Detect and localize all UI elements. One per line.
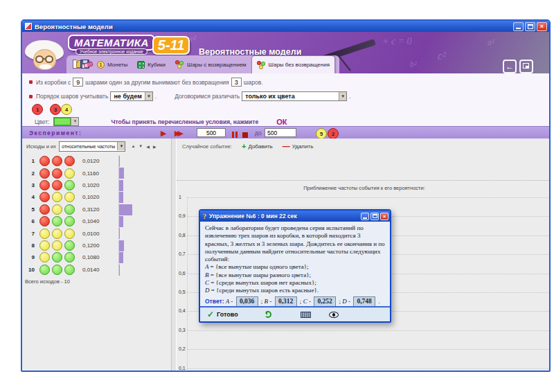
chips-wrap: 134 bbox=[32, 104, 72, 115]
event-text: = {среди вынутых шаров есть красные}. bbox=[211, 287, 319, 294]
tab-Шары с возвращением[interactable]: Шары с возвращением bbox=[170, 55, 251, 73]
outcome-row[interactable]: 40,1020 bbox=[22, 191, 171, 203]
red-ball-icon bbox=[52, 156, 62, 166]
outcome-row[interactable]: 90,1080 bbox=[22, 251, 171, 263]
open-file-button[interactable] bbox=[75, 58, 77, 71]
mascot-mustache bbox=[39, 64, 51, 69]
outcome-frequency: 0,3120 bbox=[82, 206, 110, 213]
tick-label: 0,2 bbox=[179, 346, 186, 351]
frequency-bar bbox=[119, 240, 124, 251]
frequency-bar bbox=[119, 252, 123, 263]
red-ball-icon bbox=[52, 168, 62, 179]
tick-label: 1 bbox=[179, 195, 181, 199]
ball-chip-4[interactable]: 4 bbox=[61, 104, 72, 115]
dialog-titlebar[interactable]: ? Упражнение №6 : 0 мин 22 сек × bbox=[200, 211, 390, 222]
logo-grade-range: 5-11 bbox=[152, 36, 190, 55]
eraser-button[interactable] bbox=[82, 58, 84, 71]
back-button[interactable]: ← bbox=[503, 60, 517, 73]
answer-value-B[interactable]: 0,312 bbox=[275, 296, 297, 307]
save-button[interactable] bbox=[79, 58, 81, 71]
minimize-icon[interactable] bbox=[513, 22, 524, 31]
answer-separator: . bbox=[377, 298, 380, 305]
balls-icon bbox=[175, 60, 184, 69]
refresh-icon[interactable] bbox=[265, 311, 271, 318]
outcome-row[interactable]: 50,3120 bbox=[22, 204, 171, 215]
answer-value-C[interactable]: 0,252 bbox=[314, 296, 336, 307]
detach-window-button[interactable] bbox=[519, 60, 533, 73]
order-dropdown[interactable]: не будем ▼ bbox=[110, 91, 152, 101]
outcome-row[interactable]: 30,1020 bbox=[22, 179, 171, 191]
outcome-balls bbox=[39, 204, 78, 215]
answer-value-A[interactable]: 0,036 bbox=[236, 296, 258, 307]
outcome-number: 4 bbox=[22, 194, 35, 200]
ball-chip-5[interactable]: 5 bbox=[316, 128, 327, 139]
add-icon[interactable]: + bbox=[242, 142, 246, 150]
dialog-close-icon[interactable]: × bbox=[380, 213, 388, 220]
dialog-maximize-icon[interactable] bbox=[370, 213, 379, 220]
distinguish-dropdown[interactable]: только их цвета ▼ bbox=[242, 91, 347, 101]
sort-up-icon[interactable]: ▲ bbox=[131, 144, 135, 148]
outcome-row[interactable]: 80,1200 bbox=[22, 240, 171, 251]
glasses-icon bbox=[45, 55, 53, 63]
outcome-row[interactable]: 10,0120 bbox=[22, 155, 171, 167]
page-left-icon[interactable]: ◀ bbox=[146, 144, 150, 149]
window-titlebar[interactable]: Вероятностные модели × bbox=[22, 21, 549, 32]
sort-down-icon[interactable]: ▼ bbox=[138, 144, 143, 148]
tab-Шары без возвращения[interactable]: Шары без возвращения bbox=[251, 55, 335, 73]
add-event-button[interactable]: Добавить bbox=[248, 143, 272, 150]
remove-icon[interactable]: — bbox=[283, 142, 290, 150]
outcomes-mode-value: относительные частоты bbox=[60, 144, 118, 149]
param-text: Договоримся различать bbox=[175, 93, 240, 100]
red-ball-icon bbox=[39, 168, 50, 179]
tab-label: Кубики bbox=[148, 62, 166, 68]
order-value: не будем bbox=[111, 93, 144, 100]
green-ball-icon bbox=[64, 204, 75, 215]
red-ball-icon bbox=[64, 156, 75, 166]
play-button[interactable]: ▶ bbox=[161, 128, 166, 138]
outcome-row[interactable]: 100,0140 bbox=[22, 264, 171, 276]
frequency-bar bbox=[119, 216, 123, 227]
done-button[interactable]: Готово bbox=[217, 311, 238, 318]
eye-icon[interactable] bbox=[329, 312, 339, 318]
answer-value-D[interactable]: 0,748 bbox=[353, 296, 375, 307]
ball-chip-3[interactable]: 3 bbox=[50, 104, 61, 115]
event-letter: B bbox=[205, 271, 211, 278]
toolbar: 1МонетыКубикиШары с возвращениемШары без… bbox=[66, 55, 339, 73]
outcome-row[interactable]: 70,0100 bbox=[22, 227, 171, 239]
ok-button[interactable]: ОК bbox=[276, 118, 287, 126]
dialog-minimize-icon[interactable] bbox=[361, 213, 369, 220]
restore-glyph bbox=[528, 24, 533, 29]
draw-count-input[interactable] bbox=[231, 78, 242, 87]
color-dropdown[interactable]: ▼ bbox=[53, 117, 79, 126]
total-balls-input[interactable] bbox=[73, 78, 83, 87]
close-icon[interactable]: × bbox=[537, 22, 547, 31]
outcome-row[interactable]: 60,1040 bbox=[22, 215, 171, 227]
remove-event-button[interactable]: Удалить bbox=[292, 143, 314, 150]
keyboard-icon[interactable] bbox=[301, 312, 311, 318]
ball-chip-1[interactable]: 1 bbox=[32, 104, 43, 115]
window-title: Вероятностные модели bbox=[35, 23, 512, 30]
outcome-frequency: 0,0100 bbox=[82, 231, 110, 237]
yellow-ball-icon bbox=[39, 240, 50, 251]
outcome-frequency: 0,1020 bbox=[82, 182, 110, 188]
ball-chip-2[interactable]: 2 bbox=[328, 128, 339, 139]
yellow-ball-icon bbox=[52, 240, 62, 251]
green-ball-icon bbox=[64, 265, 75, 275]
param-text: Порядок шаров учитывать bbox=[36, 93, 108, 100]
red-ball-icon bbox=[52, 180, 62, 190]
upto-input[interactable] bbox=[265, 128, 296, 137]
y-axis-tick: 0,3 bbox=[177, 328, 551, 335]
tab-Монеты[interactable]: 1Монеты bbox=[92, 55, 132, 73]
outcome-row[interactable]: 20,1160 bbox=[22, 167, 171, 179]
new-file-button[interactable] bbox=[71, 58, 73, 71]
series-count-input[interactable] bbox=[197, 128, 226, 137]
page: Вероятностные модели × x² + c = 0 c² b² … bbox=[0, 0, 554, 392]
color-row: Цвет: ▼ Чтобы принять перечисленные усло… bbox=[35, 117, 287, 126]
yellow-ball-icon bbox=[52, 204, 62, 215]
tab-Кубики[interactable]: Кубики bbox=[132, 55, 170, 73]
restore-icon[interactable] bbox=[525, 22, 535, 31]
tick-label: 0,7 bbox=[179, 251, 186, 256]
fast-forward-button[interactable]: ▶▶ bbox=[175, 128, 181, 138]
outcomes-mode-dropdown[interactable]: относительные частоты ▼ bbox=[59, 141, 126, 152]
page-right-icon[interactable]: ▶ bbox=[153, 144, 157, 149]
